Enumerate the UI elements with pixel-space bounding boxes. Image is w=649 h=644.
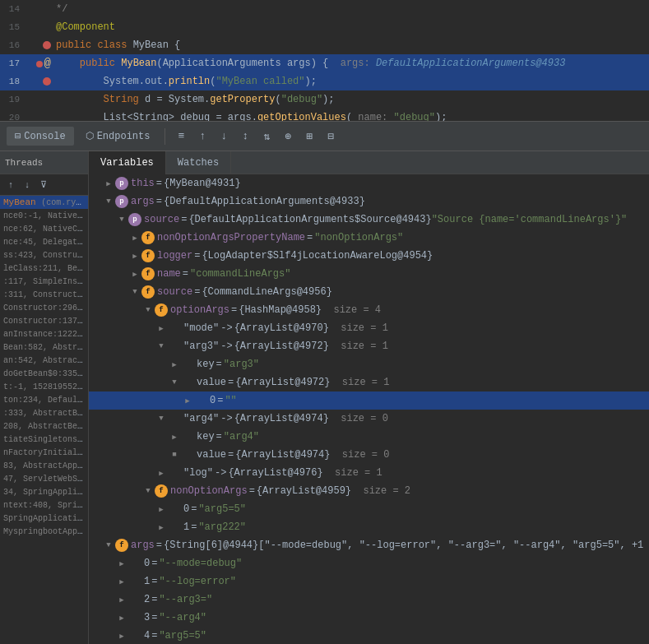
- toolbar-btn-swap[interactable]: ⇅: [257, 127, 276, 146]
- toolbar-btn-minus[interactable]: ⊟: [322, 127, 340, 146]
- thread-item-mybean[interactable]: MyBean (com.ry...: [0, 196, 88, 209]
- expand-icon[interactable]: ▶: [128, 231, 141, 244]
- list-item[interactable]: tiateSingletons:9...: [0, 433, 88, 446]
- expand-icon[interactable]: ▶: [155, 521, 168, 534]
- expand-icon[interactable]: ▶: [155, 466, 168, 480]
- var-row-nonOptionArgs[interactable]: ▼ f nonOptionArgs = {ArrayList@4959} siz…: [89, 482, 649, 500]
- list-item[interactable]: :117, SimpleInst...: [0, 275, 88, 288]
- var-row-arr-3[interactable]: ▶ 3 = "--arg4": [89, 609, 649, 627]
- var-row-name[interactable]: ▶ f name = "commandLineArgs": [89, 265, 649, 283]
- var-row-arr-2[interactable]: ▶ 2 = "--arg3=": [89, 591, 649, 609]
- expand-icon[interactable]: ▼: [155, 340, 168, 353]
- var-row-arr-1[interactable]: ▶ 1 = "--log=error": [89, 572, 649, 591]
- expand-icon[interactable]: ▶: [128, 267, 141, 280]
- tab-watches[interactable]: Watches: [166, 151, 231, 174]
- list-item[interactable]: doGetBean$0:335...: [0, 367, 88, 380]
- var-row-nonOptionArgsPropertyName[interactable]: ▶ f nonOptionArgsPropertyName = "nonOpti…: [89, 229, 649, 247]
- var-row-0-arg5[interactable]: ▶ 0 = "arg5=5": [89, 500, 649, 518]
- var-row-arr-0[interactable]: ▶ 0 = "--mode=debug": [89, 554, 649, 572]
- var-row-arg3[interactable]: ▼ "arg3" -> {ArrayList@4972} size = 1: [89, 337, 649, 355]
- expand-icon[interactable]: ▶: [115, 611, 128, 624]
- list-item[interactable]: ton:234, DefaultS...: [0, 393, 88, 406]
- toolbar-btn-updown[interactable]: ↕: [236, 127, 254, 146]
- tab-endpoints[interactable]: ⬡ Endpoints: [77, 127, 159, 146]
- breakpoint-icon[interactable]: [43, 77, 51, 86]
- expand-icon[interactable]: ▶: [115, 593, 128, 606]
- endpoints-icon: ⬡: [86, 130, 94, 142]
- list-item[interactable]: Constructor:1372,...: [0, 314, 88, 327]
- expand-icon[interactable]: ▶: [128, 249, 141, 262]
- expand-icon[interactable]: ▼: [168, 376, 181, 389]
- var-row-this[interactable]: ▶ p this = {MyBean@4931}: [89, 174, 649, 192]
- breakpoint-icon[interactable]: [43, 41, 51, 49]
- list-item[interactable]: ntext:408, Sprin...: [0, 498, 88, 512]
- breakpoint-icon[interactable]: [36, 61, 43, 67]
- var-meta: size = 1: [323, 467, 382, 479]
- var-row-key-arg4[interactable]: ▶ key = "arg4": [89, 428, 649, 446]
- expand-icon[interactable]: ▶: [102, 177, 115, 190]
- list-item[interactable]: an:542, AbstractBe...: [0, 354, 88, 367]
- expand-icon[interactable]: ▶: [168, 358, 181, 371]
- expand-icon[interactable]: ▼: [141, 484, 155, 498]
- list-item[interactable]: nce:62, NativeC...: [0, 222, 88, 235]
- var-value: {CommandLineArgs@4956}: [202, 286, 331, 298]
- expand-icon[interactable]: ■: [168, 448, 181, 461]
- toolbar-btn-grid[interactable]: ⊞: [300, 127, 318, 146]
- list-item[interactable]: nce:45, Delegatin...: [0, 235, 88, 248]
- list-item[interactable]: ss:423, Constru...: [0, 248, 88, 262]
- tab-console[interactable]: ⊟ Console: [7, 127, 74, 146]
- list-item[interactable]: nFactoryInitializa...: [0, 446, 88, 459]
- var-row-arg4[interactable]: ▼ "arg4" -> {ArrayList@4974} size = 0: [89, 410, 649, 428]
- list-item[interactable]: :311, Constructor...: [0, 288, 88, 301]
- toolbar-btn-up[interactable]: ↑: [193, 127, 211, 146]
- expand-icon[interactable]: ▼: [141, 303, 155, 317]
- var-row-1-arg222[interactable]: ▶ 1 = "arg222": [89, 518, 649, 536]
- expand-icon[interactable]: ▶: [155, 503, 168, 516]
- var-meta: size = 2: [351, 485, 410, 497]
- var-row-args-array[interactable]: ▼ f args = {String[6]@4944} ["--mode=deb…: [89, 536, 649, 554]
- expand-icon[interactable]: ▼: [115, 213, 128, 226]
- list-item[interactable]: MyspringbootApp...: [0, 525, 88, 538]
- var-row-value-arg4[interactable]: ■ value = {ArrayList@4974} size = 0: [89, 446, 649, 464]
- expand-icon[interactable]: ▶: [181, 394, 194, 407]
- list-item[interactable]: 208, AbstractBea...: [0, 419, 88, 433]
- list-item[interactable]: 47, ServletWebSe...: [0, 472, 88, 485]
- list-item[interactable]: 83, AbstractAppli...: [0, 459, 88, 472]
- expand-icon[interactable]: ▶: [168, 430, 181, 443]
- thread-ctrl-filter[interactable]: ⊽: [36, 178, 51, 192]
- var-row-source2[interactable]: ▼ f source = {CommandLineArgs@4956}: [89, 283, 649, 301]
- tab-variables[interactable]: Variables: [89, 151, 166, 174]
- list-item[interactable]: t:-1, 152819552...: [0, 380, 88, 393]
- list-item[interactable]: Bean:582, Abstra...: [0, 341, 88, 354]
- expand-icon[interactable]: ▼: [128, 285, 141, 299]
- var-row-source1[interactable]: ▼ p source = {DefaultApplicationArgument…: [89, 211, 649, 229]
- var-row-0-empty[interactable]: ▶ 0 = "": [89, 391, 649, 410]
- thread-ctrl-up[interactable]: ↑: [3, 178, 18, 192]
- expand-icon[interactable]: ▶: [115, 557, 128, 570]
- expand-icon[interactable]: ▶: [115, 629, 128, 642]
- expand-icon[interactable]: ▶: [155, 322, 168, 335]
- expand-icon[interactable]: ▶: [115, 575, 128, 588]
- toolbar-btn-add[interactable]: ⊕: [279, 127, 297, 146]
- list-item[interactable]: :333, AbstractBe...: [0, 406, 88, 419]
- var-row-value-arg3[interactable]: ▼ value = {ArrayList@4972} size = 1: [89, 373, 649, 391]
- list-item[interactable]: anInstance:1222,...: [0, 327, 88, 341]
- list-item[interactable]: 34, SpringApplica...: [0, 485, 88, 498]
- expand-icon[interactable]: ▼: [155, 412, 168, 425]
- expand-icon[interactable]: ▼: [102, 539, 115, 552]
- toolbar-btn-lines[interactable]: ≡: [172, 127, 190, 146]
- thread-ctrl-down[interactable]: ↓: [20, 178, 35, 192]
- expand-icon[interactable]: ▼: [102, 195, 115, 208]
- list-item[interactable]: leClass:211, Bean...: [0, 262, 88, 275]
- toolbar-btn-down[interactable]: ↓: [215, 127, 233, 146]
- var-row-logger[interactable]: ▶ f logger = {LogAdapter$Slf4jLocationAw…: [89, 247, 649, 265]
- list-item[interactable]: nce0:-1, NativeCo...: [0, 209, 88, 222]
- var-row-args[interactable]: ▼ p args = {DefaultApplicationArguments@…: [89, 192, 649, 211]
- var-row-key-arg3[interactable]: ▶ key = "arg3": [89, 355, 649, 373]
- var-row-mode[interactable]: ▶ "mode" -> {ArrayList@4970} size = 1: [89, 319, 649, 337]
- var-row-optionArgs[interactable]: ▼ f optionArgs = {HashMap@4958} size = 4: [89, 301, 649, 319]
- var-row-log[interactable]: ▶ "log" -> {ArrayList@4976} size = 1: [89, 464, 649, 482]
- list-item[interactable]: SpringApplication...: [0, 512, 88, 525]
- var-row-arr-4[interactable]: ▶ 4 = "arg5=5": [89, 627, 649, 644]
- list-item[interactable]: Constructor:296,...: [0, 301, 88, 314]
